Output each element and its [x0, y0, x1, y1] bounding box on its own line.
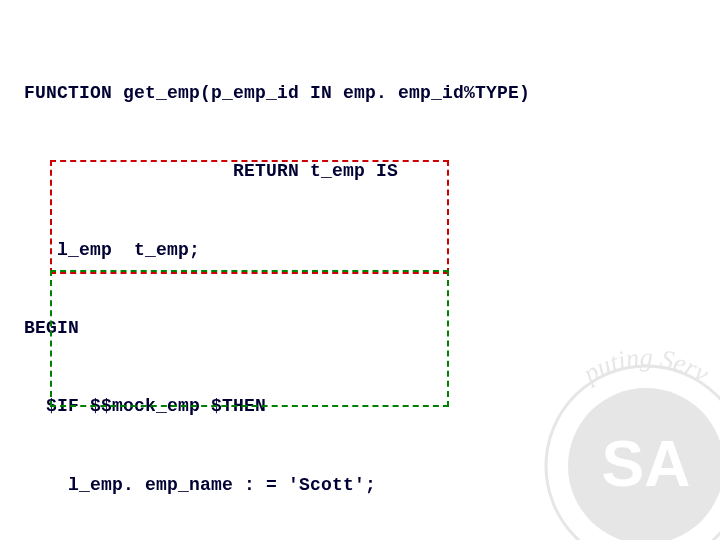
slide: FUNCTION get_emp(p_emp_id IN emp. emp_id… — [0, 0, 720, 540]
code-line: l_emp t_emp; — [24, 237, 696, 263]
code-line: RETURN t_emp IS — [24, 158, 696, 184]
code-line: FUNCTION get_emp(p_emp_id IN emp. emp_id… — [24, 80, 696, 106]
code-line: $IF $$mock_emp $THEN — [24, 393, 696, 419]
code-block: FUNCTION get_emp(p_emp_id IN emp. emp_id… — [24, 28, 696, 540]
code-line: l_emp. emp_name : = 'Scott'; — [24, 472, 696, 498]
code-line: BEGIN — [24, 315, 696, 341]
